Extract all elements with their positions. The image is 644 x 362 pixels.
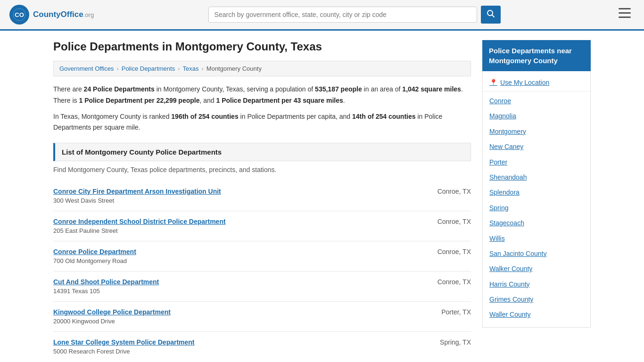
department-city: Conroe, TX <box>438 278 471 286</box>
department-item: Cut And Shoot Police Department Conroe, … <box>53 272 471 302</box>
sidebar-county-link[interactable]: Grimes County <box>483 292 590 307</box>
dept-count: 24 Police Departments <box>84 85 155 93</box>
list-section-desc: Find Montgomery County, Texas police dep… <box>53 166 471 173</box>
sidebar-content: 📍 Use My Location ConroeMagnoliaMontgome… <box>482 71 591 328</box>
area: 1,042 square miles <box>402 85 461 93</box>
svg-rect-4 <box>619 8 631 9</box>
main-content: Police Departments in Montgomery County,… <box>44 31 600 362</box>
sidebar: Police Departments near Montgomery Count… <box>482 40 591 362</box>
population: 535,187 people <box>315 85 362 93</box>
breadcrumb-texas[interactable]: Texas <box>183 65 199 72</box>
sidebar-city-link[interactable]: Conroe <box>483 93 590 108</box>
department-address: 205 East Pauline Street <box>53 227 471 234</box>
department-item: Lone Star College System Police Departme… <box>53 332 471 362</box>
summary-paragraph-2: In Texas, Montgomery County is ranked 19… <box>53 111 471 134</box>
department-address: 5000 Research Forest Drive <box>53 348 471 355</box>
hamburger-menu-button[interactable] <box>615 6 635 23</box>
sidebar-city-link[interactable]: Willis <box>483 231 590 246</box>
sidebar-city-link[interactable]: Stagecoach <box>483 215 590 230</box>
svg-rect-6 <box>619 16 631 18</box>
sidebar-county-link[interactable]: San Jacinto County <box>483 246 590 261</box>
department-address: 14391 Texas 105 <box>53 288 471 295</box>
breadcrumb-police-depts[interactable]: Police Departments <box>122 65 175 72</box>
department-name-link[interactable]: Conroe City Fire Department Arson Invest… <box>53 188 221 195</box>
department-name-link[interactable]: Kingwood College Police Department <box>53 308 171 316</box>
department-name-link[interactable]: Lone Star College System Police Departme… <box>53 338 195 346</box>
logo-text: CountyOffice.org <box>33 10 94 19</box>
department-name-link[interactable]: Conroe Police Department <box>53 248 136 255</box>
sidebar-city-link[interactable]: New Caney <box>483 139 590 154</box>
department-city: Porter, TX <box>441 308 471 316</box>
sidebar-city-link[interactable]: Spring <box>483 200 590 215</box>
sidebar-counties-list: San Jacinto CountyWalker CountyHarris Co… <box>483 246 590 322</box>
sidebar-city-link[interactable]: Magnolia <box>483 108 590 123</box>
content-area: Police Departments in Montgomery County,… <box>53 40 471 362</box>
svg-rect-5 <box>619 12 631 14</box>
location-pin-icon: 📍 <box>489 79 497 86</box>
sidebar-city-link[interactable]: Splendora <box>483 185 590 200</box>
department-item: Kingwood College Police Department Porte… <box>53 302 471 332</box>
department-item: Conroe Police Department Conroe, TX 700 … <box>53 241 471 272</box>
department-city: Spring, TX <box>440 338 471 346</box>
search-input[interactable] <box>208 7 477 23</box>
breadcrumb: Government Offices › Police Departments … <box>53 61 471 76</box>
summary-paragraph-1: There are 24 Police Departments in Montg… <box>53 84 471 107</box>
list-section-header: List of Montgomery County Police Departm… <box>53 143 471 161</box>
sidebar-city-link[interactable]: Porter <box>483 155 590 170</box>
department-address: 20000 Kingwood Drive <box>53 318 471 325</box>
page-header: CO CountyOffice.org <box>0 0 644 31</box>
sidebar-county-link[interactable]: Walker County <box>483 261 590 276</box>
rank-1: 196th of 254 counties <box>171 113 238 120</box>
search-area <box>208 6 501 24</box>
department-item: Conroe City Fire Department Arson Invest… <box>53 181 471 211</box>
sidebar-county-link[interactable]: Harris County <box>483 277 590 292</box>
sidebar-cities-list: ConroeMagnoliaMontgomeryNew CaneyPorterS… <box>483 93 590 246</box>
department-city: Conroe, TX <box>438 188 471 195</box>
department-item: Conroe Independent School District Polic… <box>53 211 471 241</box>
department-city: Conroe, TX <box>438 248 471 255</box>
rank-2: 14th of 254 counties <box>352 113 416 120</box>
department-address: 700 Old Montgomery Road <box>53 257 471 264</box>
department-list: Conroe City Fire Department Arson Invest… <box>53 181 471 362</box>
per-area: 1 Police Department per 43 square miles <box>216 97 343 104</box>
use-my-location-link[interactable]: 📍 Use My Location <box>483 76 590 91</box>
breadcrumb-current: Montgomery County <box>206 65 262 72</box>
page-title: Police Departments in Montgomery County,… <box>53 40 471 53</box>
sidebar-header: Police Departments near Montgomery Count… <box>482 40 591 71</box>
svg-text:CO: CO <box>15 11 24 18</box>
per-capita: 1 Police Department per 22,299 people <box>79 97 199 104</box>
sidebar-county-link[interactable]: Waller County <box>483 307 590 322</box>
use-location-label: Use My Location <box>500 79 549 86</box>
department-name-link[interactable]: Cut And Shoot Police Department <box>53 278 159 286</box>
svg-line-3 <box>492 15 494 17</box>
sidebar-city-link[interactable]: Montgomery <box>483 124 590 139</box>
logo-icon: CO <box>9 5 29 25</box>
logo-area: CO CountyOffice.org <box>9 5 94 25</box>
department-name-link[interactable]: Conroe Independent School District Polic… <box>53 218 226 225</box>
department-address: 300 West Davis Street <box>53 197 471 204</box>
search-button[interactable] <box>481 6 501 24</box>
breadcrumb-govt-offices[interactable]: Government Offices <box>59 65 114 72</box>
department-city: Conroe, TX <box>438 218 471 225</box>
sidebar-city-link[interactable]: Shenandoah <box>483 170 590 185</box>
